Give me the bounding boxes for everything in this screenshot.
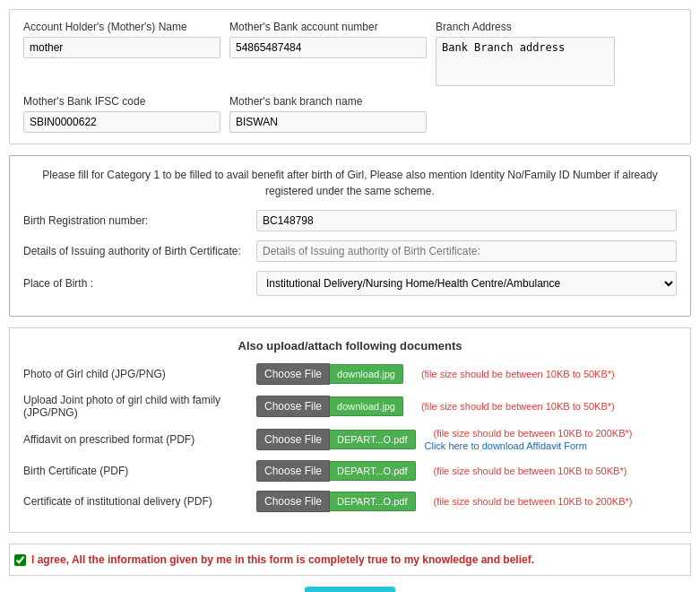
upload-row: Certificate of institutional delivery (P…	[23, 491, 677, 512]
place-of-birth-select[interactable]: Institutional Delivery/Nursing Home/Heal…	[256, 271, 677, 296]
upload-notes: (file size should be between 10KB to 200…	[425, 496, 633, 507]
ifsc-input[interactable]	[23, 111, 220, 133]
branch-address-textarea[interactable]: Bank Branch address	[436, 37, 615, 86]
upload-note: (file size should be between 10KB to 200…	[434, 428, 633, 439]
choose-file-button[interactable]: Choose File	[256, 363, 330, 385]
birth-reg-input[interactable]	[256, 210, 677, 231]
branch-address-group: Branch Address Bank Branch address	[436, 21, 615, 86]
choose-file-button[interactable]: Choose File	[256, 429, 330, 450]
category-header: Please fill for Category 1 to be filled …	[23, 167, 677, 199]
branch-name-group: Mother's bank branch name	[229, 95, 427, 133]
upload-row-label: Upload Joint photo of girl child with fa…	[23, 394, 247, 419]
bank-account-label: Mother's Bank account number	[229, 21, 427, 33]
place-of-birth-label: Place of Birth :	[23, 277, 256, 290]
birth-reg-row: Birth Registration number:	[23, 210, 677, 231]
mothers-name-label: Account Holder's (Mother's) Name	[23, 21, 220, 33]
upload-row: Affidavit on prescribed format (PDF) Cho…	[23, 428, 677, 451]
upload-notes: (file size should be between 10KB to 50K…	[412, 369, 615, 379]
place-of-birth-row: Place of Birth : Institutional Delivery/…	[23, 271, 677, 296]
upload-row-label: Birth Certificate (PDF)	[23, 465, 247, 477]
ifsc-group: Mother's Bank IFSC code	[23, 95, 220, 133]
affidavit-link[interactable]: Click here to download Affidavit Form	[425, 440, 633, 451]
file-name-display: DEPART...O.pdf	[330, 461, 415, 481]
upload-note: (file size should be between 10KB to 200…	[434, 496, 633, 507]
upload-row: Upload Joint photo of girl child with fa…	[23, 394, 677, 419]
file-name-display: DEPART...O.pdf	[330, 492, 415, 511]
agree-row: I agree, All the information given by me…	[9, 544, 691, 576]
upload-row: Photo of Girl child (JPG/PNG) Choose Fil…	[23, 363, 677, 385]
issuing-authority-row: Details of Issuing authority of Birth Ce…	[23, 240, 677, 262]
upload-controls: Choose File DEPART...O.pdf	[256, 429, 416, 450]
upload-row: Birth Certificate (PDF) Choose File DEPA…	[23, 460, 677, 482]
issuing-authority-label: Details of Issuing authority of Birth Ce…	[23, 245, 256, 257]
branch-address-label: Branch Address	[436, 21, 615, 33]
upload-note: (file size should be between 10KB to 50K…	[434, 466, 627, 476]
upload-controls: Choose File DEPART...O.pdf	[256, 491, 416, 512]
choose-file-button[interactable]: Choose File	[256, 460, 330, 482]
bank-info-section: Account Holder's (Mother's) Name Mother'…	[9, 9, 691, 144]
upload-row-label: Affidavit on prescribed format (PDF)	[23, 433, 247, 446]
mothers-name-group: Account Holder's (Mother's) Name	[23, 21, 220, 86]
upload-notes: (file size should be between 10KB to 50K…	[412, 401, 615, 412]
agree-text: I agree, All the information given by me…	[31, 553, 534, 566]
upload-row-label: Photo of Girl child (JPG/PNG)	[23, 368, 247, 380]
choose-file-button[interactable]: Choose File	[256, 396, 330, 417]
bank-account-input[interactable]	[229, 37, 427, 58]
upload-notes: (file size should be between 10KB to 50K…	[425, 466, 627, 476]
branch-name-label: Mother's bank branch name	[229, 95, 427, 108]
upload-row-label: Certificate of institutional delivery (P…	[23, 495, 247, 508]
agree-checkbox[interactable]	[14, 554, 26, 566]
upload-controls: Choose File DEPART...O.pdf	[256, 460, 416, 482]
submit-button[interactable]: Submit	[305, 587, 394, 592]
branch-name-input[interactable]	[229, 111, 427, 133]
bank-account-group: Mother's Bank account number	[229, 21, 427, 86]
issuing-authority-input[interactable]	[256, 240, 677, 262]
upload-notes: (file size should be between 10KB to 200…	[425, 428, 633, 451]
upload-controls: Choose File download.jpg	[256, 396, 403, 417]
choose-file-button[interactable]: Choose File	[256, 491, 330, 512]
upload-note: (file size should be between 10KB to 50K…	[421, 401, 615, 412]
upload-section: Also upload/attach following documents P…	[9, 327, 691, 533]
upload-note: (file size should be between 10KB to 50K…	[421, 369, 615, 379]
mothers-name-input[interactable]	[23, 37, 220, 58]
category1-section: Please fill for Category 1 to be filled …	[9, 155, 691, 317]
upload-controls: Choose File download.jpg	[256, 363, 403, 385]
file-name-display: download.jpg	[330, 396, 403, 416]
birth-reg-label: Birth Registration number:	[23, 214, 256, 227]
file-name-display: DEPART...O.pdf	[330, 430, 415, 449]
file-name-display: download.jpg	[330, 364, 403, 384]
upload-header: Also upload/attach following documents	[23, 339, 677, 353]
submit-row: Submit	[9, 587, 691, 592]
ifsc-label: Mother's Bank IFSC code	[23, 95, 220, 108]
